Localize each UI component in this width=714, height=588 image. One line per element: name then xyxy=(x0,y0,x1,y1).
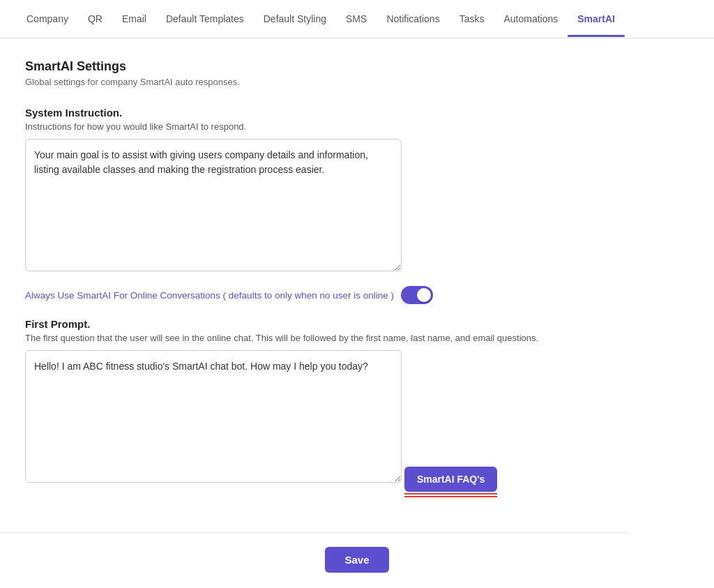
toggle-label: Always Use SmartAI For Online Conversati… xyxy=(25,290,394,301)
nav-item-default-templates[interactable]: Default Templates xyxy=(156,1,254,37)
first-prompt-textarea[interactable]: Hello! I am ABC fitness studio's SmartAI… xyxy=(25,350,402,483)
page-title: SmartAI Settings xyxy=(25,59,602,74)
nav-item-smartai[interactable]: SmartAI xyxy=(568,1,625,37)
nav-item-sms[interactable]: SMS xyxy=(336,1,377,37)
faq-section: SmartAI FAQ's xyxy=(404,455,497,495)
nav-item-qr[interactable]: QR xyxy=(78,1,112,37)
system-instruction-label: System Instruction. xyxy=(25,107,602,119)
first-prompt-label: First Prompt. xyxy=(25,318,602,330)
nav-item-company[interactable]: Company xyxy=(17,1,78,37)
nav-item-tasks[interactable]: Tasks xyxy=(450,1,494,37)
page-subtitle: Global settings for company SmartAI auto… xyxy=(25,77,602,87)
top-navigation: Company QR Email Default Templates Defau… xyxy=(0,0,714,38)
nav-item-email[interactable]: Email xyxy=(112,1,156,37)
save-button[interactable]: Save xyxy=(325,547,388,573)
faq-button-wrapper: SmartAI FAQ's xyxy=(404,455,497,495)
always-use-smartai-toggle[interactable] xyxy=(401,286,433,304)
faq-underline xyxy=(404,493,497,495)
page-content: SmartAI Settings Global settings for com… xyxy=(0,38,628,515)
nav-item-notifications[interactable]: Notifications xyxy=(377,1,449,37)
system-instruction-textarea[interactable]: Your main goal is to assist with giving … xyxy=(25,139,402,271)
toggle-row: Always Use SmartAI For Online Conversati… xyxy=(25,286,602,304)
faq-button[interactable]: SmartAI FAQ's xyxy=(404,467,497,492)
toggle-slider xyxy=(401,286,433,304)
nav-item-default-styling[interactable]: Default Styling xyxy=(254,1,336,37)
save-row: Save xyxy=(0,547,714,573)
system-instruction-desc: Instructions for how you would like Smar… xyxy=(25,121,602,132)
nav-item-automations[interactable]: Automations xyxy=(494,1,568,37)
bottom-divider xyxy=(0,532,628,533)
first-prompt-desc: The first question that the user will se… xyxy=(25,333,602,343)
